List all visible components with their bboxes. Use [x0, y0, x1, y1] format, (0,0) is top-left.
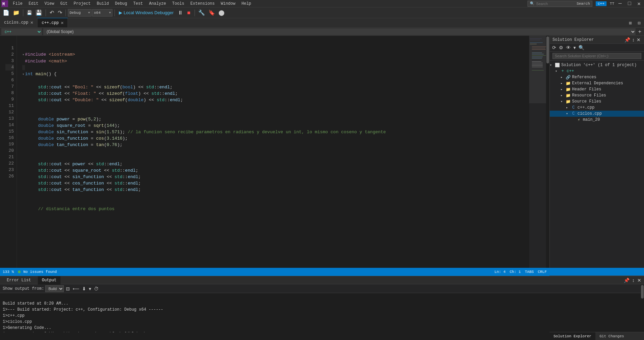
tab-cpp[interactable]: c++.cpp ✕: [37, 18, 68, 27]
save-btn[interactable]: 💾: [25, 8, 33, 17]
tab-cpp-label: c++.cpp: [42, 21, 58, 25]
menu-view[interactable]: View: [42, 1, 57, 7]
ciclos-chevron: ▾: [566, 112, 571, 116]
menu-file[interactable]: File: [10, 1, 25, 7]
se-search-btn[interactable]: 🔍: [577, 45, 585, 51]
se-tree: ▾ ⬜ Solution 'c++' (1 of 1 project) ▾ + …: [550, 61, 644, 268]
menu-build[interactable]: Build: [94, 1, 111, 7]
se-sync-btn[interactable]: ⟳: [551, 45, 557, 51]
save-all-btn[interactable]: 💾: [34, 8, 44, 17]
undo-btn[interactable]: ↶: [48, 8, 55, 17]
status-issues: No issues found: [18, 270, 57, 274]
close-btn[interactable]: ✕: [635, 0, 643, 8]
ln-14: 14: [5, 122, 14, 128]
se-properties-btn[interactable]: ⚙: [558, 45, 564, 51]
indent-info: TABS: [525, 270, 534, 274]
tab-output[interactable]: Output: [38, 276, 60, 284]
platform-dropdown[interactable]: x64 ▼: [92, 9, 112, 17]
build-btn[interactable]: 🔧: [197, 8, 206, 17]
pause-btn[interactable]: ⏸: [176, 8, 184, 17]
output-find-btn[interactable]: ⬇: [81, 286, 87, 291]
se-expand-btn[interactable]: ↕: [632, 37, 635, 42]
output-close-btn[interactable]: ✕: [637, 278, 641, 283]
solution-explorer-toggle2[interactable]: ⊟: [635, 19, 643, 27]
se-tab-git-changes[interactable]: Git Changes: [595, 332, 628, 340]
encoding-info: CRLF: [538, 270, 547, 274]
output-float-btn[interactable]: ↕: [632, 278, 635, 283]
menu-extensions[interactable]: Extensions: [188, 1, 217, 7]
tree-resource-files[interactable]: ▸ 📁 Resource Files: [550, 92, 644, 98]
output-toolbar: Show output from: Build ⊟ ⟵ ⬇ ▾ ⏱: [0, 284, 644, 293]
tab-cpp-close[interactable]: ✕: [61, 21, 63, 25]
output-pin-btn[interactable]: 📌: [624, 278, 629, 283]
se-status-bar: [549, 268, 644, 276]
menu-debug[interactable]: Debug: [112, 1, 130, 7]
ln-15: 15: [5, 128, 14, 135]
menu-help[interactable]: Help: [239, 1, 254, 7]
se-tab-solution-explorer[interactable]: Solution Explorer: [549, 332, 595, 340]
output-clear-btn[interactable]: ⊟: [65, 286, 71, 291]
tree-ciclos-file[interactable]: ▾ C ciclos.cpp: [550, 111, 644, 117]
tree-header-files[interactable]: ▸ 📁 Header Files: [550, 86, 644, 92]
extdep-chevron: ▸: [561, 81, 565, 85]
solution-explorer-toggle[interactable]: ⊞: [626, 19, 634, 27]
output-content[interactable]: Build started at 8:20 AM... 1>--- Build …: [0, 293, 644, 332]
menu-project[interactable]: Project: [71, 1, 93, 7]
tree-ext-deps[interactable]: ▸ 📁 External Dependencies: [550, 80, 644, 86]
menu-tools[interactable]: Tools: [170, 1, 187, 7]
output-line-5: 1>Generating Code...: [3, 325, 51, 330]
extdep-icon: 📁: [565, 81, 571, 86]
se-search-input[interactable]: [552, 53, 641, 59]
fold-arrow-1[interactable]: ▾: [22, 53, 24, 57]
minimize-btn[interactable]: ─: [616, 0, 624, 8]
scrollbar-thumb[interactable]: [546, 36, 549, 63]
output-settings-btn[interactable]: ⏱: [93, 286, 99, 291]
config-value: Debug: [70, 11, 81, 15]
fold-arrow-2[interactable]: ▾: [22, 73, 24, 76]
output-scrollbar-thumb[interactable]: [641, 285, 644, 299]
scope-select[interactable]: (Global Scope): [43, 28, 636, 35]
ln-6: 6: [5, 77, 14, 83]
menu-edit[interactable]: Edit: [26, 1, 41, 7]
open-btn[interactable]: 📁: [11, 8, 21, 17]
tab-ciclos[interactable]: ciclos.cpp ✕: [0, 18, 37, 27]
bookmark-btn[interactable]: 🔖: [207, 8, 216, 17]
menu-git[interactable]: Git: [57, 1, 70, 7]
tree-project[interactable]: ▾ + c++: [550, 68, 644, 74]
user-initials: TT: [610, 2, 614, 6]
config-dropdown[interactable]: Debug ▼: [68, 9, 92, 17]
tab-ciclos-close[interactable]: ✕: [30, 20, 33, 25]
ciclos-label: ciclos.cpp: [577, 111, 602, 116]
stop-btn[interactable]: ■: [185, 8, 192, 17]
menu-search-box[interactable]: 🔍 Search: [527, 1, 592, 7]
output-wrap-btn[interactable]: ⟵: [72, 286, 80, 291]
search-input[interactable]: [536, 2, 576, 6]
menu-analyze[interactable]: Analyze: [146, 1, 169, 7]
se-show-all-btn[interactable]: 👁: [565, 45, 572, 51]
breakpoint-btn[interactable]: ⬤: [217, 8, 226, 17]
tree-source-files[interactable]: ▾ 📁 Source Files: [550, 98, 644, 105]
menu-test[interactable]: Test: [131, 1, 146, 7]
new-file-btn[interactable]: 📄: [1, 8, 11, 17]
se-filter-btn[interactable]: ▾: [572, 45, 577, 51]
tree-main20[interactable]: ⚡ main_20: [550, 117, 644, 123]
maximize-btn[interactable]: □: [626, 0, 633, 8]
output-filter-btn[interactable]: ▾: [88, 286, 92, 291]
output-source-select[interactable]: Build: [45, 285, 64, 292]
tree-references[interactable]: ▸ 🔗 References: [550, 74, 644, 80]
svg-rect-8: [532, 47, 546, 47]
issues-dot: [18, 271, 21, 273]
redo-btn[interactable]: ↷: [56, 8, 63, 17]
ln-11: 11: [5, 103, 14, 109]
ln-26: 26: [5, 173, 14, 179]
tb-sep-4: [114, 9, 115, 16]
tree-cpp-file[interactable]: ▸ C c++.cpp: [550, 105, 644, 111]
nav-add-btn[interactable]: +: [637, 29, 643, 35]
lang-select[interactable]: c++: [1, 28, 42, 35]
se-pin-btn[interactable]: 📌: [624, 37, 631, 42]
tab-error-list[interactable]: Error List: [3, 276, 35, 284]
run-btn[interactable]: ▶ Local Windows Debugger: [117, 9, 176, 16]
tree-solution[interactable]: ▾ ⬜ Solution 'c++' (1 of 1 project): [550, 62, 644, 68]
se-close-btn[interactable]: ✕: [636, 37, 641, 42]
menu-window[interactable]: Window: [218, 1, 238, 7]
